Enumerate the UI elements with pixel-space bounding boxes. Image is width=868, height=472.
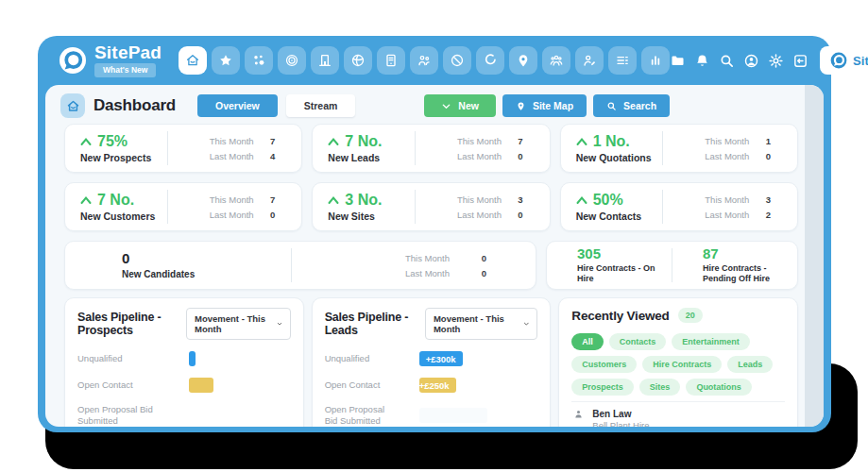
chip-quotations[interactable]: Quotations: [686, 379, 752, 396]
nav-hook-button[interactable]: [476, 46, 504, 75]
utility-bar: [670, 53, 808, 69]
stats-row-1: 75%New Prospects This Month7Last Month4 …: [45, 118, 824, 173]
chevron-down-icon: [441, 101, 451, 111]
chip-entertainment[interactable]: Entertainment: [672, 333, 750, 350]
search-button-top[interactable]: [719, 53, 735, 69]
target-icon: [284, 53, 299, 68]
invoice-icon: [383, 53, 399, 68]
stat-card-new-contacts: 50%New Contacts This Month3Last Month2: [560, 182, 798, 231]
nav-star-button[interactable]: [212, 46, 240, 75]
search-icon: [606, 101, 617, 111]
stat-card-new-sites: 3 No.New Sites This Month3Last Month0: [312, 182, 550, 231]
chip-sites[interactable]: Sites: [639, 379, 681, 396]
home-icon: [66, 99, 80, 113]
top-bar: SitePad What's New: [38, 36, 831, 85]
notifications-button[interactable]: [694, 53, 710, 69]
panel-title: Sales Pipeline - Prospects: [77, 311, 186, 337]
scrollbar[interactable]: [805, 85, 824, 427]
sitepad-logo-icon: [59, 46, 87, 75]
nav-home-button[interactable]: [179, 46, 207, 75]
pipeline-bar: +£300k: [419, 351, 463, 366]
home-icon: [185, 53, 200, 68]
nav-building-button[interactable]: [311, 46, 339, 75]
stat-card-new-prospects: 75%New Prospects This Month7Last Month4: [64, 124, 302, 173]
page-header: Dashboard Overview Stream New Site Map S…: [45, 85, 824, 118]
chevron-down-icon: [523, 320, 530, 328]
trend-up-icon: [80, 137, 92, 146]
recently-viewed-title: Recently Viewed: [571, 309, 669, 323]
bar-chart-icon: [648, 53, 663, 68]
page-title: Dashboard: [94, 96, 176, 115]
pipeline-row: Unqualified+£300k: [325, 351, 538, 366]
stat-card-new-quotations: 1 No.New Quotations This Month1Last Mont…: [560, 124, 798, 173]
nav-invoice-button[interactable]: [377, 46, 405, 75]
chip-hire-contracts[interactable]: Hire Contracts: [642, 356, 722, 373]
stats-row-2: 7 No.New Customers This Month7Last Month…: [45, 173, 824, 231]
nav-target-button[interactable]: [278, 46, 306, 75]
sales-pipeline-prospects-panel: Sales Pipeline - Prospects Movement - Th…: [64, 297, 304, 427]
panel-title: Sales Pipeline - Leads: [325, 311, 425, 337]
stat-card-new-leads: 7 No.New Leads This Month7Last Month0: [312, 124, 550, 173]
user-icon: [743, 53, 759, 69]
nav-bar-chart-button[interactable]: [641, 46, 670, 75]
list-item[interactable]: Ben LawBell Plant Hire.: [571, 401, 785, 427]
folder-button[interactable]: [670, 53, 686, 69]
person-edit-icon: [582, 53, 597, 68]
stat-card-hire-contracts: 305Hire Contracts - On Hire 87Hire Contr…: [546, 241, 798, 290]
recently-viewed-list: Ben LawBell Plant Hire. Hire Contract No…: [571, 401, 785, 427]
leads-filter-select[interactable]: Movement - This Month: [425, 308, 537, 340]
dashboard-home-badge: [60, 93, 85, 118]
logout-button[interactable]: [792, 53, 808, 69]
nav-person-edit-button[interactable]: [575, 46, 604, 75]
gear-icon: [768, 53, 784, 69]
search-button[interactable]: Search: [593, 94, 670, 117]
chip-leads[interactable]: Leads: [727, 356, 773, 373]
main-nav: [179, 46, 670, 75]
sitepad-mini-logo-icon: [830, 52, 847, 69]
list-icon: [615, 53, 630, 68]
star-icon: [218, 53, 233, 68]
building-icon: [317, 53, 332, 68]
nav-map-pin-button[interactable]: [509, 46, 537, 75]
nav-globe-button[interactable]: [344, 46, 372, 75]
whats-new-button[interactable]: What's New: [94, 63, 156, 77]
account-button[interactable]: [743, 53, 759, 69]
logout-icon: [792, 53, 808, 69]
page: SitePad What's New: [0, 0, 868, 472]
search-icon: [719, 53, 735, 69]
bell-icon: [694, 53, 710, 69]
tab-stream[interactable]: Stream: [286, 94, 356, 117]
map-pin-icon: [516, 53, 531, 68]
prospects-filter-select[interactable]: Movement - This Month: [186, 308, 291, 340]
header-actions: New Site Map Search: [424, 94, 670, 117]
new-button[interactable]: New: [424, 94, 496, 117]
trend-up-icon: [328, 195, 339, 205]
app-window: SitePad What's New: [38, 36, 831, 432]
panels-row: Sales Pipeline - Prospects Movement - Th…: [45, 290, 824, 427]
chip-prospects[interactable]: Prospects: [571, 379, 634, 396]
nav-team-button[interactable]: [542, 46, 570, 75]
globe-icon: [350, 53, 366, 68]
trend-up-icon: [328, 137, 339, 146]
pipeline-bar: +£250k: [419, 378, 456, 393]
site-map-button[interactable]: Site Map: [502, 94, 587, 117]
settings-button[interactable]: [768, 53, 784, 69]
pipeline-bar: [189, 351, 196, 366]
chip-all[interactable]: All: [571, 333, 604, 350]
chip-contacts[interactable]: Contacts: [609, 333, 667, 350]
trend-up-icon: [576, 195, 587, 205]
tab-overview[interactable]: Overview: [197, 94, 278, 117]
sitepad-account-button[interactable]: SitePad: [820, 46, 868, 75]
nav-services-button[interactable]: [245, 46, 273, 75]
pipeline-row: Open Proposal Bid Submitted: [77, 404, 291, 427]
sales-pipeline-leads-panel: Sales Pipeline - Leads Movement - This M…: [312, 297, 552, 427]
pipeline-row: Open Contact: [77, 378, 291, 393]
recently-viewed-panel: Recently Viewed 20 All Contacts Entertai…: [558, 297, 798, 427]
trend-up-icon: [80, 195, 92, 205]
folder-icon: [670, 53, 686, 69]
nav-block-button[interactable]: [443, 46, 471, 75]
pipeline-row: Open Contact+£250k: [325, 378, 538, 393]
nav-list-button[interactable]: [608, 46, 637, 75]
chip-customers[interactable]: Customers: [571, 356, 637, 373]
nav-people-button[interactable]: [410, 46, 438, 75]
